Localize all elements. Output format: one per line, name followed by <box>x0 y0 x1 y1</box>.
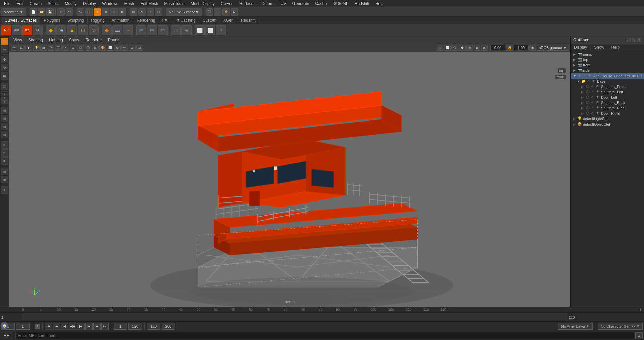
scale-tool-lt[interactable]: ⊞ <box>1 72 8 80</box>
redshift-button[interactable]: ⚡ <box>222 8 230 16</box>
menu-create[interactable]: Create <box>27 1 44 7</box>
tree-check-shutters-front[interactable]: ✓ <box>591 84 596 89</box>
shelf-tab-sculpting[interactable]: Sculpting <box>64 17 88 24</box>
redshift-shelf-button[interactable]: RS <box>22 25 32 35</box>
menu-curves[interactable]: Curves <box>218 1 236 7</box>
nurbs-other-button[interactable]: ⬡ <box>78 25 88 35</box>
menu-cache[interactable]: Cache <box>312 1 329 7</box>
vp-lock-btn[interactable]: 🔒 <box>506 45 513 51</box>
go-to-start-btn[interactable]: ⏮ <box>45 323 52 330</box>
snap-curve-button[interactable]: ≈ <box>138 8 146 16</box>
model-area[interactable]: persp Z X Y top front <box>9 52 570 307</box>
snap-grid-button[interactable]: ⊞ <box>130 8 137 16</box>
vp-res-btn[interactable]: ● <box>62 45 69 51</box>
rs-settings-button[interactable]: ⚙ <box>33 25 43 35</box>
vp-wireframe-btn[interactable]: ⬡ <box>77 45 84 51</box>
nurbs-torus-button[interactable]: ⬭ <box>89 25 99 35</box>
play-fwd-btn[interactable]: ▶ <box>77 323 85 330</box>
menu-mesh-display[interactable]: Mesh Display <box>188 1 217 7</box>
new-scene-button[interactable]: 📄 <box>30 8 37 16</box>
no-live-surface-button[interactable]: No Live Surface ▼ <box>166 8 202 16</box>
viewport[interactable]: View Shading Lighting Show Renderer Pane… <box>9 36 570 307</box>
vp-menu-renderer[interactable]: Renderer <box>83 37 105 43</box>
shelf-tab-rigging[interactable]: Rigging <box>88 17 108 24</box>
redo-button[interactable]: ↪ <box>66 8 73 16</box>
shelf-tab-polygons[interactable]: Polygons <box>40 17 64 24</box>
tree-vis-red-house[interactable]: 👁 <box>588 74 593 78</box>
display-btn-3[interactable]: ▤ <box>1 123 8 130</box>
nurbs-cube-button[interactable]: ⊞ <box>56 25 66 35</box>
vp-shadow-btn[interactable]: ▩ <box>40 45 47 51</box>
node-btn[interactable]: ▦ <box>1 176 8 183</box>
vp-gate2-btn[interactable]: ⬡ <box>451 45 458 51</box>
menu-deform[interactable]: Deform <box>259 1 277 7</box>
ipr-shelf-button[interactable]: IPR <box>12 25 22 35</box>
menu-display[interactable]: Display <box>80 1 99 7</box>
view-cube-bot[interactable]: ⬇ <box>1 100 8 104</box>
char-set-btn[interactable]: ⚙ <box>632 324 635 328</box>
current-frame-input2[interactable] <box>16 323 30 330</box>
tree-check-red-house[interactable]: ✓ <box>583 74 588 78</box>
vp-camera-btn[interactable]: 📷 <box>11 45 17 51</box>
tree-check-shutters-back[interactable]: ✓ <box>591 100 596 105</box>
vp-mask-btn[interactable]: ▭ <box>466 45 473 51</box>
anim-layer-dropdown[interactable]: No Anim Layer ⚙ <box>558 323 593 330</box>
tree-check-shutters-right[interactable]: ✓ <box>591 106 596 110</box>
menu-mesh-tools[interactable]: Mesh Tools <box>162 1 187 7</box>
menu-generate[interactable]: Generate <box>289 1 312 7</box>
shelf-tab-xgen[interactable]: XGen <box>220 17 237 24</box>
vp-subdiv-btn[interactable]: ⊞ <box>92 45 99 51</box>
tree-item-front[interactable]: ▶ 📷 front <box>571 62 644 68</box>
texture-button-2[interactable]: ⊞ <box>181 25 192 35</box>
tree-vis-shutters-right[interactable]: 👁 <box>596 106 601 110</box>
outliner-content[interactable]: ▶ 📷 persp ▶ 📷 top ▶ 📷 front ▶ <box>571 51 644 307</box>
vp-color-btn[interactable]: 🎨 <box>99 45 106 51</box>
display-btn-1[interactable]: ▤ <box>1 107 8 114</box>
tree-item-shutters-left[interactable]: ▷ ⬡ ✓ 👁 Shutters_Left <box>571 89 644 95</box>
vp-menu-lighting[interactable]: Lighting <box>46 37 66 43</box>
outliner-maximize-btn[interactable]: □ <box>632 38 636 42</box>
tree-item-shutters-back[interactable]: ▷ ⬡ ✓ 👁 Shutters_Back <box>571 100 644 105</box>
rotate-tool-button[interactable]: ↻ <box>102 8 109 16</box>
tree-item-default-light-set[interactable]: ▷ 💡 defaultLightSet <box>571 116 644 122</box>
lasso-select-button[interactable]: ⬡ <box>85 8 93 16</box>
render-lt-btn[interactable]: ⊞ <box>1 157 8 165</box>
render-shelf-2[interactable]: ⬜ <box>205 25 215 35</box>
mel-input[interactable] <box>15 332 634 339</box>
vp-menu-shading[interactable]: Shading <box>25 37 46 43</box>
snap-point-button[interactable]: • <box>147 8 154 16</box>
render-button[interactable]: 🎬 <box>206 8 213 16</box>
nurbs-sphere-button[interactable]: ◆ <box>46 25 56 35</box>
vp-gate-btn[interactable]: ⬜ <box>444 45 451 51</box>
vp-lut-btn[interactable]: ◐ <box>529 45 536 51</box>
vp-hud-btn[interactable]: ⊟ <box>136 45 143 51</box>
char-set-dropdown[interactable]: No Character Set ⚙ ▼ <box>598 323 643 330</box>
menu-edit-mesh[interactable]: Edit Mesh <box>138 1 161 7</box>
home-icon[interactable]: 🏠 <box>1 322 8 329</box>
settings-button[interactable]: ⚙ <box>231 8 238 16</box>
menu-windows[interactable]: Windows <box>99 1 121 7</box>
tree-item-base[interactable]: ▼ 📁 ✓ 👁 Base <box>571 79 644 84</box>
outliner-tab-show[interactable]: Show <box>591 44 608 51</box>
vp-menu-panels[interactable]: Panels <box>105 37 123 43</box>
menu-3dtall[interactable]: -3DtoAll- <box>330 1 351 7</box>
view-cube-top[interactable]: ⬆ <box>1 93 8 96</box>
snap-view-button[interactable]: □ <box>155 8 162 16</box>
shelf-tab-fx[interactable]: FX <box>159 17 171 24</box>
obj-set-btn[interactable]: ⊡ <box>1 141 8 149</box>
vp-grid-btn[interactable]: ⊞ <box>129 45 136 51</box>
move-tool-button[interactable]: ✛ <box>94 8 101 16</box>
shelf-tab-custom[interactable]: Custom <box>199 17 220 24</box>
vp-paint-btn[interactable]: ✏ <box>121 45 128 51</box>
tree-vis-shutters-left[interactable]: 👁 <box>596 90 601 94</box>
char-set-arrow[interactable]: ▼ <box>636 324 640 328</box>
pr-button-1[interactable]: PR <box>136 25 146 35</box>
rv-button[interactable]: RV <box>1 25 11 35</box>
time-ruler[interactable] <box>22 313 567 322</box>
outliner-minimize-btn[interactable]: − <box>627 38 631 42</box>
go-to-end-btn[interactable]: ⏭ <box>101 323 109 330</box>
pr-button-2[interactable]: PR <box>147 25 157 35</box>
open-scene-button[interactable]: 📂 <box>38 8 45 16</box>
vp-obj-btn[interactable]: ⊞ <box>18 45 25 51</box>
tree-vis-shutters-back[interactable]: 👁 <box>596 100 601 105</box>
